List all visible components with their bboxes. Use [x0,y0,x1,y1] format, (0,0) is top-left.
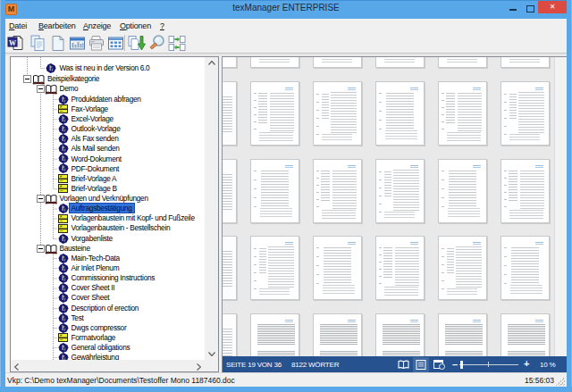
svg-text:W: W [9,39,16,47]
